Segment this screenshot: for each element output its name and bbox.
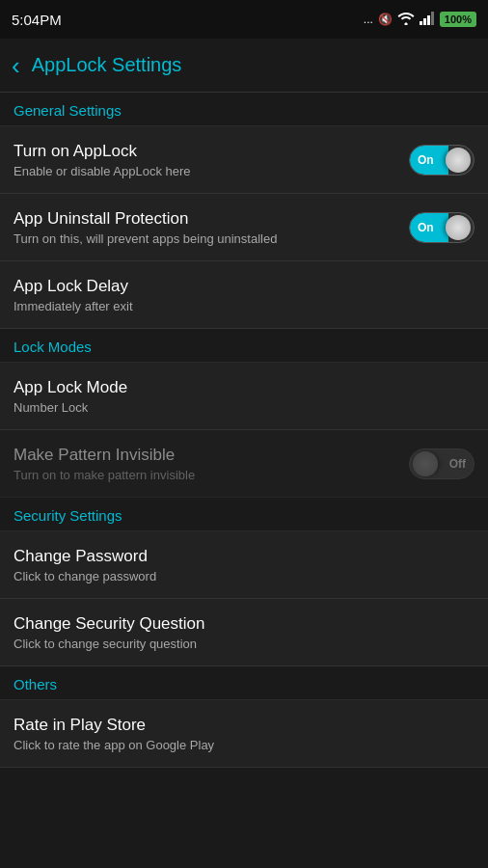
app-lock-mode-text: App Lock Mode Number Lock	[14, 378, 474, 415]
rate-in-play-store-subtitle: Click to rate the app on Google Play	[14, 738, 474, 752]
app-lock-delay-text: App Lock Delay Immediately after exit	[14, 277, 474, 313]
app-lock-mode-item[interactable]: App Lock Mode Number Lock	[0, 363, 488, 430]
section-header-security: Security Settings	[0, 498, 488, 531]
status-time: 5:04PM	[12, 12, 62, 28]
toggle-knob	[446, 148, 471, 173]
toggle-on-label: On	[418, 153, 434, 167]
mute-icon: 🔇	[378, 13, 393, 26]
change-password-subtitle: Click to change password	[14, 569, 474, 583]
change-password-item[interactable]: Change Password Click to change password	[0, 531, 488, 599]
app-lock-delay-subtitle: Immediately after exit	[14, 299, 474, 313]
general-settings-label: General Settings	[14, 102, 122, 119]
svg-rect-2	[427, 15, 430, 25]
make-pattern-invisible-title: Make Pattern Invisible	[14, 446, 409, 465]
change-security-question-title: Change Security Question	[14, 614, 474, 634]
signal-dots-icon: ...	[364, 13, 373, 26]
app-uninstall-protection-item[interactable]: App Uninstall Protection Turn on this, w…	[0, 194, 488, 261]
app-uninstall-text: App Uninstall Protection Turn on this, w…	[14, 209, 409, 246]
change-security-question-text: Change Security Question Click to change…	[14, 614, 474, 651]
make-pattern-invisible-text: Make Pattern Invisible Turn on to make p…	[14, 446, 409, 482]
rate-in-play-store-title: Rate in Play Store	[14, 716, 474, 735]
change-password-text: Change Password Click to change password	[14, 547, 474, 583]
make-pattern-invisible-subtitle: Turn on to make pattern invisible	[14, 468, 409, 482]
svg-rect-1	[423, 18, 426, 25]
wifi-icon	[397, 12, 415, 28]
app-uninstall-toggle[interactable]: On	[409, 212, 474, 243]
lock-modes-label: Lock Modes	[14, 339, 92, 355]
security-settings-label: Security Settings	[14, 507, 122, 524]
battery-icon: 100%	[440, 12, 476, 27]
page-title: AppLock Settings	[32, 54, 182, 76]
app-lock-mode-subtitle: Number Lock	[14, 400, 474, 415]
status-icons: ... 🔇 100%	[364, 12, 476, 28]
app-uninstall-subtitle: Turn on this, will prevent apps being un…	[14, 231, 409, 246]
turn-on-applock-item[interactable]: Turn on AppLock Enable or disable AppLoc…	[0, 126, 488, 194]
section-header-general: General Settings	[0, 93, 488, 126]
turn-on-applock-toggle[interactable]: On	[409, 145, 474, 176]
toggle-knob-off	[413, 451, 438, 476]
app-lock-delay-item[interactable]: App Lock Delay Immediately after exit	[0, 261, 488, 329]
others-label: Others	[14, 676, 57, 692]
back-button[interactable]: ‹	[12, 53, 20, 78]
change-password-title: Change Password	[14, 547, 474, 566]
toggle-on-label-2: On	[418, 221, 434, 234]
turn-on-applock-title: Turn on AppLock	[14, 142, 409, 161]
change-security-question-subtitle: Click to change security question	[14, 637, 474, 651]
rate-in-play-store-text: Rate in Play Store Click to rate the app…	[14, 716, 474, 752]
section-header-others: Others	[0, 666, 488, 700]
make-pattern-invisible-item[interactable]: Make Pattern Invisible Turn on to make p…	[0, 430, 488, 498]
nav-bar: ‹ AppLock Settings	[0, 39, 488, 93]
app-lock-delay-title: App Lock Delay	[14, 277, 474, 296]
rate-in-play-store-item[interactable]: Rate in Play Store Click to rate the app…	[0, 700, 488, 768]
svg-rect-0	[420, 21, 422, 25]
section-header-lock-modes: Lock Modes	[0, 329, 488, 363]
network-bars-icon	[420, 12, 435, 28]
app-uninstall-title: App Uninstall Protection	[14, 209, 409, 229]
change-security-question-item[interactable]: Change Security Question Click to change…	[0, 599, 488, 666]
turn-on-applock-subtitle: Enable or disable AppLock here	[14, 164, 409, 178]
toggle-off-label: Off	[449, 457, 466, 471]
toggle-knob-2	[446, 215, 471, 240]
make-pattern-invisible-toggle[interactable]: Off	[409, 448, 474, 479]
app-lock-mode-title: App Lock Mode	[14, 378, 474, 397]
status-bar: 5:04PM ... 🔇 100%	[0, 0, 488, 39]
settings-scroll: General Settings Turn on AppLock Enable …	[0, 93, 488, 868]
turn-on-applock-text: Turn on AppLock Enable or disable AppLoc…	[14, 142, 409, 178]
svg-rect-3	[431, 12, 434, 25]
